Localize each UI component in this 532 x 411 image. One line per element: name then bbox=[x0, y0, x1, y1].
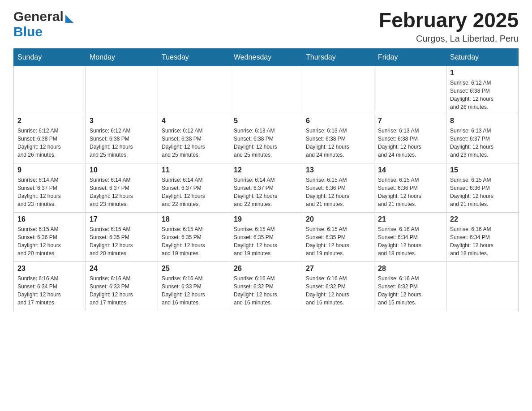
day-info: Sunrise: 6:13 AM Sunset: 6:38 PM Dayligh… bbox=[234, 127, 298, 159]
calendar-week-3: 9Sunrise: 6:14 AM Sunset: 6:37 PM Daylig… bbox=[14, 163, 519, 212]
calendar-cell: 6Sunrise: 6:13 AM Sunset: 6:38 PM Daylig… bbox=[302, 114, 374, 163]
day-info: Sunrise: 6:15 AM Sunset: 6:36 PM Dayligh… bbox=[17, 225, 82, 257]
day-info: Sunrise: 6:15 AM Sunset: 6:36 PM Dayligh… bbox=[378, 176, 442, 208]
logo-blue-text: Blue bbox=[13, 24, 43, 39]
day-number: 21 bbox=[378, 215, 442, 223]
calendar-cell: 19Sunrise: 6:15 AM Sunset: 6:35 PM Dayli… bbox=[230, 212, 302, 261]
day-number: 15 bbox=[450, 166, 515, 174]
calendar-cell: 18Sunrise: 6:15 AM Sunset: 6:35 PM Dayli… bbox=[158, 212, 230, 261]
calendar-cell: 23Sunrise: 6:16 AM Sunset: 6:34 PM Dayli… bbox=[14, 261, 86, 311]
calendar-cell bbox=[374, 66, 446, 114]
calendar-week-4: 16Sunrise: 6:15 AM Sunset: 6:36 PM Dayli… bbox=[14, 212, 519, 261]
calendar-cell: 16Sunrise: 6:15 AM Sunset: 6:36 PM Dayli… bbox=[14, 212, 86, 261]
day-number: 9 bbox=[17, 166, 82, 174]
calendar-week-1: 1Sunrise: 6:12 AM Sunset: 6:38 PM Daylig… bbox=[14, 66, 519, 114]
day-info: Sunrise: 6:12 AM Sunset: 6:38 PM Dayligh… bbox=[450, 79, 515, 111]
weekday-header-wednesday: Wednesday bbox=[230, 48, 302, 66]
calendar-cell: 20Sunrise: 6:15 AM Sunset: 6:35 PM Dayli… bbox=[302, 212, 374, 261]
day-number: 20 bbox=[306, 215, 370, 223]
day-info: Sunrise: 6:12 AM Sunset: 6:38 PM Dayligh… bbox=[90, 127, 154, 159]
day-info: Sunrise: 6:14 AM Sunset: 6:37 PM Dayligh… bbox=[234, 176, 298, 208]
logo-triangle-icon bbox=[65, 15, 73, 23]
day-info: Sunrise: 6:16 AM Sunset: 6:33 PM Dayligh… bbox=[162, 274, 226, 307]
calendar-cell: 13Sunrise: 6:15 AM Sunset: 6:36 PM Dayli… bbox=[302, 163, 374, 212]
day-info: Sunrise: 6:13 AM Sunset: 6:38 PM Dayligh… bbox=[378, 127, 442, 159]
day-info: Sunrise: 6:15 AM Sunset: 6:35 PM Dayligh… bbox=[234, 225, 298, 257]
calendar-cell: 3Sunrise: 6:12 AM Sunset: 6:38 PM Daylig… bbox=[86, 114, 158, 163]
day-number: 10 bbox=[90, 166, 154, 174]
calendar-cell: 25Sunrise: 6:16 AM Sunset: 6:33 PM Dayli… bbox=[158, 261, 230, 311]
day-info: Sunrise: 6:15 AM Sunset: 6:35 PM Dayligh… bbox=[306, 225, 370, 257]
day-info: Sunrise: 6:12 AM Sunset: 6:38 PM Dayligh… bbox=[17, 127, 82, 159]
day-number: 11 bbox=[162, 166, 226, 174]
day-info: Sunrise: 6:16 AM Sunset: 6:32 PM Dayligh… bbox=[234, 274, 298, 307]
calendar-cell bbox=[14, 66, 86, 114]
day-number: 8 bbox=[450, 117, 515, 125]
weekday-header-monday: Monday bbox=[86, 48, 158, 66]
calendar-week-2: 2Sunrise: 6:12 AM Sunset: 6:38 PM Daylig… bbox=[14, 114, 519, 163]
logo-general-text: General bbox=[13, 9, 64, 24]
day-info: Sunrise: 6:15 AM Sunset: 6:36 PM Dayligh… bbox=[306, 176, 370, 208]
day-number: 7 bbox=[378, 117, 442, 125]
day-info: Sunrise: 6:13 AM Sunset: 6:37 PM Dayligh… bbox=[450, 127, 515, 159]
calendar-cell: 9Sunrise: 6:14 AM Sunset: 6:37 PM Daylig… bbox=[14, 163, 86, 212]
calendar-cell: 21Sunrise: 6:16 AM Sunset: 6:34 PM Dayli… bbox=[374, 212, 446, 261]
calendar-cell: 11Sunrise: 6:14 AM Sunset: 6:37 PM Dayli… bbox=[158, 163, 230, 212]
calendar-cell: 27Sunrise: 6:16 AM Sunset: 6:32 PM Dayli… bbox=[302, 261, 374, 311]
calendar-cell bbox=[230, 66, 302, 114]
calendar-cell: 14Sunrise: 6:15 AM Sunset: 6:36 PM Dayli… bbox=[374, 163, 446, 212]
day-number: 2 bbox=[17, 117, 82, 125]
day-number: 6 bbox=[306, 117, 370, 125]
calendar-cell: 24Sunrise: 6:16 AM Sunset: 6:33 PM Dayli… bbox=[86, 261, 158, 311]
logo: General Blue bbox=[13, 9, 73, 39]
day-number: 16 bbox=[17, 215, 82, 223]
month-title: February 2025 bbox=[379, 9, 519, 32]
title-section: February 2025 Curgos, La Libertad, Peru bbox=[379, 9, 519, 44]
day-info: Sunrise: 6:16 AM Sunset: 6:34 PM Dayligh… bbox=[450, 225, 515, 257]
calendar-cell: 22Sunrise: 6:16 AM Sunset: 6:34 PM Dayli… bbox=[446, 212, 519, 261]
day-number: 23 bbox=[17, 265, 82, 273]
day-number: 24 bbox=[90, 265, 154, 273]
day-info: Sunrise: 6:16 AM Sunset: 6:34 PM Dayligh… bbox=[17, 274, 82, 307]
calendar-cell: 26Sunrise: 6:16 AM Sunset: 6:32 PM Dayli… bbox=[230, 261, 302, 311]
day-number: 14 bbox=[378, 166, 442, 174]
calendar-cell bbox=[158, 66, 230, 114]
day-info: Sunrise: 6:16 AM Sunset: 6:34 PM Dayligh… bbox=[378, 225, 442, 257]
calendar-cell: 8Sunrise: 6:13 AM Sunset: 6:37 PM Daylig… bbox=[446, 114, 519, 163]
day-number: 22 bbox=[450, 215, 515, 223]
day-number: 5 bbox=[234, 117, 298, 125]
day-number: 3 bbox=[90, 117, 154, 125]
day-info: Sunrise: 6:16 AM Sunset: 6:33 PM Dayligh… bbox=[90, 274, 154, 307]
day-info: Sunrise: 6:14 AM Sunset: 6:37 PM Dayligh… bbox=[162, 176, 226, 208]
day-info: Sunrise: 6:15 AM Sunset: 6:35 PM Dayligh… bbox=[162, 225, 226, 257]
day-number: 17 bbox=[90, 215, 154, 223]
day-number: 28 bbox=[378, 265, 442, 273]
weekday-header-friday: Friday bbox=[374, 48, 446, 66]
day-number: 27 bbox=[306, 265, 370, 273]
calendar-cell bbox=[446, 261, 519, 311]
day-info: Sunrise: 6:13 AM Sunset: 6:38 PM Dayligh… bbox=[306, 127, 370, 159]
day-number: 1 bbox=[450, 69, 515, 77]
day-number: 13 bbox=[306, 166, 370, 174]
calendar-cell: 4Sunrise: 6:12 AM Sunset: 6:38 PM Daylig… bbox=[158, 114, 230, 163]
calendar-week-5: 23Sunrise: 6:16 AM Sunset: 6:34 PM Dayli… bbox=[14, 261, 519, 311]
weekday-header-saturday: Saturday bbox=[446, 48, 519, 66]
day-number: 18 bbox=[162, 215, 226, 223]
calendar-cell: 5Sunrise: 6:13 AM Sunset: 6:38 PM Daylig… bbox=[230, 114, 302, 163]
day-info: Sunrise: 6:14 AM Sunset: 6:37 PM Dayligh… bbox=[90, 176, 154, 208]
day-info: Sunrise: 6:15 AM Sunset: 6:35 PM Dayligh… bbox=[90, 225, 154, 257]
day-info: Sunrise: 6:16 AM Sunset: 6:32 PM Dayligh… bbox=[378, 274, 442, 307]
calendar-cell: 7Sunrise: 6:13 AM Sunset: 6:38 PM Daylig… bbox=[374, 114, 446, 163]
day-number: 12 bbox=[234, 166, 298, 174]
day-info: Sunrise: 6:12 AM Sunset: 6:38 PM Dayligh… bbox=[162, 127, 226, 159]
day-number: 4 bbox=[162, 117, 226, 125]
day-info: Sunrise: 6:15 AM Sunset: 6:36 PM Dayligh… bbox=[450, 176, 515, 208]
day-number: 26 bbox=[234, 265, 298, 273]
calendar-cell: 12Sunrise: 6:14 AM Sunset: 6:37 PM Dayli… bbox=[230, 163, 302, 212]
calendar-table: SundayMondayTuesdayWednesdayThursdayFrid… bbox=[13, 48, 519, 311]
weekday-header-row: SundayMondayTuesdayWednesdayThursdayFrid… bbox=[14, 48, 519, 66]
weekday-header-tuesday: Tuesday bbox=[158, 48, 230, 66]
calendar-cell: 2Sunrise: 6:12 AM Sunset: 6:38 PM Daylig… bbox=[14, 114, 86, 163]
calendar-cell: 28Sunrise: 6:16 AM Sunset: 6:32 PM Dayli… bbox=[374, 261, 446, 311]
location: Curgos, La Libertad, Peru bbox=[379, 34, 519, 44]
